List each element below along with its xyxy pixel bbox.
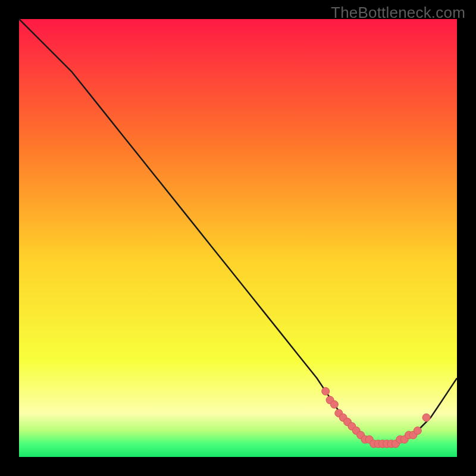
marker-dot <box>322 387 330 395</box>
watermark-text: TheBottleneck.com <box>331 4 465 22</box>
bottleneck-chart <box>0 0 476 476</box>
plot-background <box>19 19 457 457</box>
marker-dot <box>414 427 421 434</box>
marker-dot <box>422 414 430 421</box>
chart-container: TheBottleneck.com <box>0 0 476 476</box>
marker-dot <box>330 400 338 408</box>
